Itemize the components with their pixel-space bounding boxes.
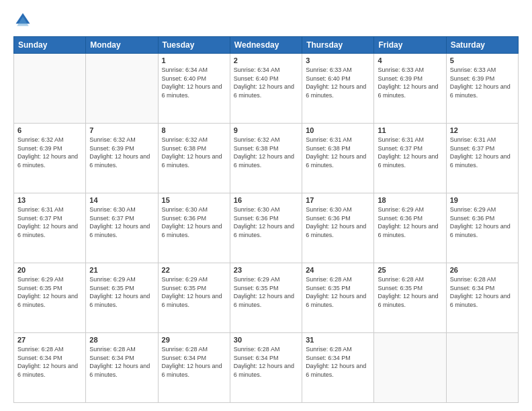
calendar-cell: 1Sunrise: 6:34 AM Sunset: 6:40 PM Daylig… (158, 54, 230, 124)
day-number: 16 (234, 196, 298, 204)
calendar-cell (86, 54, 158, 124)
calendar-cell: 15Sunrise: 6:30 AM Sunset: 6:36 PM Dayli… (158, 193, 230, 263)
calendar-cell: 22Sunrise: 6:29 AM Sunset: 6:35 PM Dayli… (158, 263, 230, 333)
calendar-cell: 3Sunrise: 6:33 AM Sunset: 6:40 PM Daylig… (302, 54, 374, 124)
day-number: 9 (234, 126, 298, 134)
day-number: 7 (89, 126, 154, 134)
calendar-cell: 19Sunrise: 6:29 AM Sunset: 6:36 PM Dayli… (446, 193, 518, 263)
day-header-wednesday: Wednesday (230, 37, 302, 54)
calendar-cell: 31Sunrise: 6:28 AM Sunset: 6:34 PM Dayli… (302, 333, 374, 403)
page: SundayMondayTuesdayWednesdayThursdayFrid… (0, 0, 532, 411)
calendar-week-3: 13Sunrise: 6:31 AM Sunset: 6:37 PM Dayli… (14, 193, 519, 263)
day-number: 23 (234, 266, 298, 274)
day-info: Sunrise: 6:32 AM Sunset: 6:39 PM Dayligh… (89, 136, 154, 169)
day-info: Sunrise: 6:28 AM Sunset: 6:34 PM Dayligh… (234, 345, 298, 379)
calendar-header-row: SundayMondayTuesdayWednesdayThursdayFrid… (14, 37, 519, 54)
day-number: 12 (450, 126, 515, 134)
day-info: Sunrise: 6:28 AM Sunset: 6:34 PM Dayligh… (162, 345, 226, 379)
logo (13, 11, 35, 30)
day-header-friday: Friday (374, 37, 446, 54)
day-header-thursday: Thursday (302, 37, 374, 54)
day-number: 31 (306, 336, 370, 344)
calendar-cell: 23Sunrise: 6:29 AM Sunset: 6:35 PM Dayli… (230, 263, 302, 333)
calendar-table: SundayMondayTuesdayWednesdayThursdayFrid… (13, 36, 519, 403)
day-info: Sunrise: 6:29 AM Sunset: 6:36 PM Dayligh… (450, 205, 515, 239)
day-info: Sunrise: 6:34 AM Sunset: 6:40 PM Dayligh… (234, 66, 298, 99)
day-info: Sunrise: 6:28 AM Sunset: 6:34 PM Dayligh… (450, 275, 515, 309)
day-number: 27 (17, 336, 82, 344)
day-number: 3 (306, 56, 370, 64)
day-info: Sunrise: 6:30 AM Sunset: 6:36 PM Dayligh… (162, 205, 226, 239)
day-info: Sunrise: 6:33 AM Sunset: 6:39 PM Dayligh… (450, 66, 515, 99)
calendar-cell: 16Sunrise: 6:30 AM Sunset: 6:36 PM Dayli… (230, 193, 302, 263)
calendar-cell: 25Sunrise: 6:28 AM Sunset: 6:35 PM Dayli… (374, 263, 446, 333)
calendar-cell: 6Sunrise: 6:32 AM Sunset: 6:39 PM Daylig… (14, 124, 86, 193)
calendar-cell: 24Sunrise: 6:28 AM Sunset: 6:35 PM Dayli… (302, 263, 374, 333)
day-number: 5 (450, 56, 515, 64)
day-number: 13 (17, 196, 82, 204)
day-number: 10 (306, 126, 370, 134)
calendar-cell: 9Sunrise: 6:32 AM Sunset: 6:38 PM Daylig… (230, 124, 302, 193)
header (13, 11, 519, 30)
day-info: Sunrise: 6:30 AM Sunset: 6:37 PM Dayligh… (89, 205, 154, 239)
day-number: 11 (378, 126, 442, 134)
day-number: 18 (378, 196, 442, 204)
calendar-cell (14, 54, 86, 124)
calendar-cell: 5Sunrise: 6:33 AM Sunset: 6:39 PM Daylig… (446, 54, 518, 124)
day-info: Sunrise: 6:28 AM Sunset: 6:34 PM Dayligh… (89, 345, 154, 379)
day-info: Sunrise: 6:29 AM Sunset: 6:35 PM Dayligh… (162, 275, 226, 309)
day-number: 1 (162, 56, 226, 64)
calendar-cell (446, 333, 518, 403)
logo-icon (13, 11, 32, 30)
calendar-cell: 4Sunrise: 6:33 AM Sunset: 6:39 PM Daylig… (374, 54, 446, 124)
day-number: 30 (234, 336, 298, 344)
day-number: 22 (162, 266, 226, 274)
calendar-week-2: 6Sunrise: 6:32 AM Sunset: 6:39 PM Daylig… (14, 124, 519, 193)
day-info: Sunrise: 6:33 AM Sunset: 6:40 PM Dayligh… (306, 66, 370, 99)
day-info: Sunrise: 6:28 AM Sunset: 6:35 PM Dayligh… (378, 275, 442, 309)
day-info: Sunrise: 6:31 AM Sunset: 6:37 PM Dayligh… (17, 205, 82, 239)
calendar-cell: 28Sunrise: 6:28 AM Sunset: 6:34 PM Dayli… (86, 333, 158, 403)
day-header-monday: Monday (86, 37, 158, 54)
day-number: 29 (162, 336, 226, 344)
calendar-cell: 17Sunrise: 6:30 AM Sunset: 6:36 PM Dayli… (302, 193, 374, 263)
day-info: Sunrise: 6:32 AM Sunset: 6:38 PM Dayligh… (162, 136, 226, 169)
calendar-cell: 27Sunrise: 6:28 AM Sunset: 6:34 PM Dayli… (14, 333, 86, 403)
day-number: 15 (162, 196, 226, 204)
day-header-saturday: Saturday (446, 37, 518, 54)
day-number: 4 (378, 56, 442, 64)
calendar-cell: 2Sunrise: 6:34 AM Sunset: 6:40 PM Daylig… (230, 54, 302, 124)
day-number: 14 (89, 196, 154, 204)
day-number: 8 (162, 126, 226, 134)
day-number: 26 (450, 266, 515, 274)
calendar-cell: 21Sunrise: 6:29 AM Sunset: 6:35 PM Dayli… (86, 263, 158, 333)
day-info: Sunrise: 6:31 AM Sunset: 6:37 PM Dayligh… (450, 136, 515, 169)
calendar-cell: 29Sunrise: 6:28 AM Sunset: 6:34 PM Dayli… (158, 333, 230, 403)
calendar-week-4: 20Sunrise: 6:29 AM Sunset: 6:35 PM Dayli… (14, 263, 519, 333)
day-info: Sunrise: 6:32 AM Sunset: 6:39 PM Dayligh… (17, 136, 82, 169)
calendar-week-1: 1Sunrise: 6:34 AM Sunset: 6:40 PM Daylig… (14, 54, 519, 124)
day-info: Sunrise: 6:33 AM Sunset: 6:39 PM Dayligh… (378, 66, 442, 99)
calendar-cell (374, 333, 446, 403)
day-number: 24 (306, 266, 370, 274)
calendar-cell: 26Sunrise: 6:28 AM Sunset: 6:34 PM Dayli… (446, 263, 518, 333)
day-info: Sunrise: 6:28 AM Sunset: 6:35 PM Dayligh… (306, 275, 370, 309)
calendar-cell: 14Sunrise: 6:30 AM Sunset: 6:37 PM Dayli… (86, 193, 158, 263)
day-info: Sunrise: 6:29 AM Sunset: 6:35 PM Dayligh… (89, 275, 154, 309)
day-number: 19 (450, 196, 515, 204)
day-info: Sunrise: 6:32 AM Sunset: 6:38 PM Dayligh… (234, 136, 298, 169)
day-info: Sunrise: 6:28 AM Sunset: 6:34 PM Dayligh… (306, 345, 370, 379)
day-number: 25 (378, 266, 442, 274)
day-info: Sunrise: 6:30 AM Sunset: 6:36 PM Dayligh… (234, 205, 298, 239)
calendar-cell: 12Sunrise: 6:31 AM Sunset: 6:37 PM Dayli… (446, 124, 518, 193)
day-number: 20 (17, 266, 82, 274)
day-info: Sunrise: 6:31 AM Sunset: 6:38 PM Dayligh… (306, 136, 370, 169)
calendar-cell: 18Sunrise: 6:29 AM Sunset: 6:36 PM Dayli… (374, 193, 446, 263)
day-number: 6 (17, 126, 82, 134)
day-info: Sunrise: 6:29 AM Sunset: 6:35 PM Dayligh… (17, 275, 82, 309)
day-header-sunday: Sunday (14, 37, 86, 54)
calendar-cell: 8Sunrise: 6:32 AM Sunset: 6:38 PM Daylig… (158, 124, 230, 193)
day-info: Sunrise: 6:29 AM Sunset: 6:35 PM Dayligh… (234, 275, 298, 309)
calendar-cell: 10Sunrise: 6:31 AM Sunset: 6:38 PM Dayli… (302, 124, 374, 193)
day-info: Sunrise: 6:30 AM Sunset: 6:36 PM Dayligh… (306, 205, 370, 239)
